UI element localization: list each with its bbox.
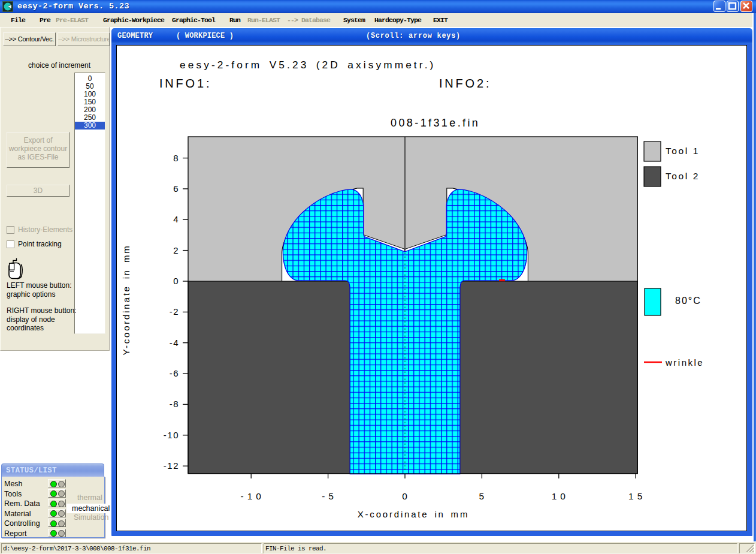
- svg-text:6: 6: [173, 183, 179, 194]
- svg-text:2: 2: [173, 245, 179, 255]
- svg-text:10: 10: [552, 491, 569, 501]
- svg-text:80°C: 80°C: [675, 296, 701, 306]
- svg-text:5: 5: [479, 491, 488, 501]
- svg-text:-10: -10: [164, 430, 179, 440]
- svg-text:-4: -4: [170, 338, 179, 348]
- svg-text:wrinkle: wrinkle: [665, 357, 704, 368]
- svg-text:Tool 1: Tool 1: [666, 146, 700, 156]
- svg-text:-12: -12: [164, 460, 179, 471]
- svg-text:-8: -8: [170, 399, 179, 409]
- svg-text:008-1f31e.fin: 008-1f31e.fin: [391, 117, 480, 129]
- svg-text:-10: -10: [240, 491, 264, 501]
- svg-text:eesy-2-form V5.23 (2D axisymme: eesy-2-form V5.23 (2D axisymmetr.): [180, 59, 436, 71]
- svg-text:INFO2:: INFO2:: [439, 77, 491, 90]
- svg-text:-2: -2: [170, 306, 179, 317]
- svg-text:Tool 2: Tool 2: [666, 171, 700, 181]
- svg-text:8: 8: [173, 153, 179, 163]
- svg-text:0: 0: [402, 491, 411, 501]
- svg-text:-6: -6: [170, 368, 179, 378]
- svg-text:INFO1:: INFO1:: [159, 77, 211, 90]
- svg-text:4: 4: [173, 214, 179, 224]
- svg-text:15: 15: [628, 491, 646, 501]
- svg-text:-5: -5: [322, 491, 337, 501]
- svg-text:Y-coordinate in mm: Y-coordinate in mm: [121, 244, 131, 355]
- svg-text:X-coordinate in mm: X-coordinate in mm: [358, 509, 469, 519]
- svg-text:0: 0: [173, 276, 179, 286]
